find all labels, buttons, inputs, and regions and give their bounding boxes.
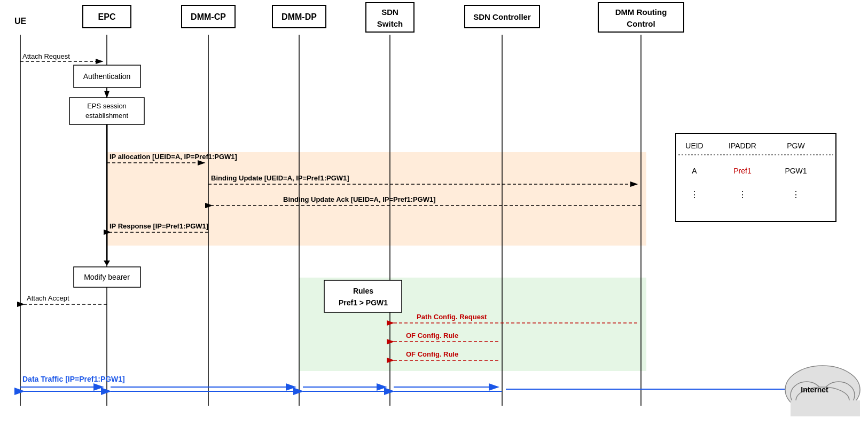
table-header-ueid: UEID [685, 141, 703, 150]
data-traffic-label: Data Traffic [IP=Pref1:PGW1] [22, 375, 125, 383]
ue-label: UE [14, 17, 27, 26]
sequence-diagram: UE EPC DMM-CP DMM-DP SDN Switch SDN Cont… [0, 0, 868, 426]
sdncontroller-label: SDN Controller [473, 12, 531, 21]
dmmdp-label: DMM-DP [281, 12, 317, 21]
of-config-rule2-label: OF Config. Rule [406, 350, 458, 358]
table-row1-ueid: A [692, 167, 697, 175]
internet-label: Internet [801, 385, 828, 394]
table-dots-pgw: ⋮ [792, 190, 800, 199]
sdnswitch-label2: Switch [377, 19, 403, 28]
rules-label1: Rules [353, 287, 373, 295]
table-header-ipaddr: IPADDR [729, 141, 756, 150]
authentication-label: Authentication [83, 72, 131, 81]
dmmrouting-label2: Control [627, 19, 655, 28]
svg-rect-10 [791, 400, 860, 416]
ip-response-label: IP Response [IP=Pref1:PGW1] [110, 222, 208, 230]
modify-bearer-label: Modify bearer [84, 273, 130, 281]
epc-label: EPC [98, 12, 116, 21]
rules-box [324, 280, 402, 312]
table-dots-ueid: ⋮ [690, 190, 699, 199]
rules-label2: Pref1 > PGW1 [339, 298, 388, 307]
dmmrouting-label1: DMM Routing [615, 7, 667, 17]
path-config-request-label: Path Config. Request [417, 313, 487, 321]
of-config-rule1-label: OF Config. Rule [406, 332, 458, 340]
attach-accept-label: Attach Accept [27, 294, 69, 302]
attach-request-label: Attach Request [22, 52, 70, 60]
table-header-pgw: PGW [787, 141, 805, 150]
eps-session-label1: EPS session [87, 102, 127, 110]
dmmcp-label: DMM-CP [191, 12, 226, 21]
table-dots-ipaddr: ⋮ [738, 190, 747, 199]
epc-active-arrow [104, 261, 110, 266]
ip-allocation-label: IP allocation [UEID=A, IP=Pref1:PGW1] [110, 153, 237, 161]
binding-update-ack-label: Binding Update Ack [UEID=A, IP=Pref1:PGW… [283, 195, 436, 203]
table-row1-ipaddr: Pref1 [733, 167, 752, 175]
eps-session-label2: establishment [85, 112, 129, 120]
table-row1-pgw: PGW1 [785, 167, 807, 175]
binding-update-label: Binding Update [UEID=A, IP=Pref1:PGW1] [211, 174, 349, 182]
sdnswitch-label1: SDN [381, 7, 398, 17]
